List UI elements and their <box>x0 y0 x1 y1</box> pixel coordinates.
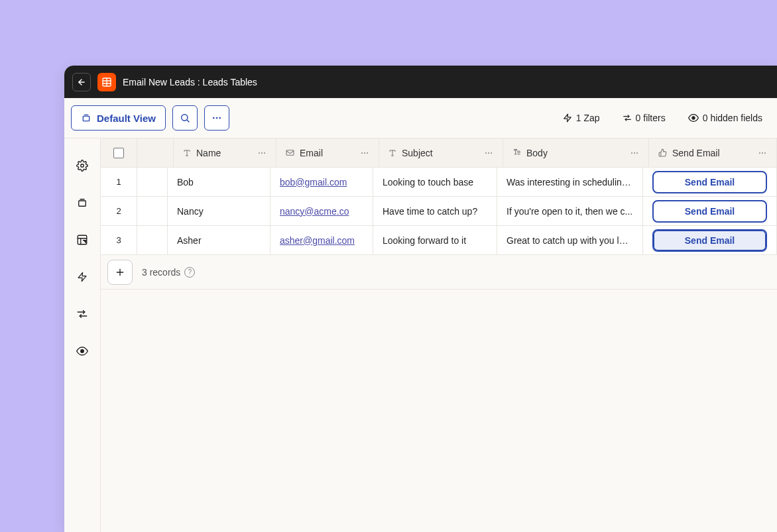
email-link[interactable]: asher@gmail.com <box>280 235 355 246</box>
svg-point-48 <box>759 152 760 153</box>
sliders-icon <box>76 308 88 320</box>
hidden-fields-label: 0 hidden fields <box>703 113 762 123</box>
svg-point-30 <box>264 152 265 153</box>
arrow-left-icon <box>77 78 86 87</box>
cell-body[interactable]: If you're open to it, then we c... <box>497 197 643 225</box>
svg-point-10 <box>216 117 218 119</box>
records-count: 3 records ? <box>142 267 195 278</box>
sidebar-layout[interactable] <box>75 233 90 247</box>
svg-marker-12 <box>564 114 571 122</box>
table-header-row: Name Email <box>101 138 777 168</box>
filters-icon <box>623 113 632 123</box>
cell-send: Send Email <box>643 226 777 254</box>
send-email-button[interactable]: Send Email <box>652 171 767 193</box>
svg-point-11 <box>219 117 221 119</box>
svg-point-25 <box>81 350 84 353</box>
default-view-button[interactable]: Default View <box>71 105 166 131</box>
row-number: 3 <box>101 226 137 254</box>
cell-name[interactable]: Asher <box>168 226 270 254</box>
cell-name[interactable]: Bob <box>168 168 270 196</box>
column-header-name[interactable]: Name <box>174 138 276 167</box>
svg-point-47 <box>636 152 638 153</box>
column-more-icon[interactable] <box>758 148 767 158</box>
content-area: Name Email <box>64 138 777 532</box>
cell-subject[interactable]: Have time to catch up? <box>373 197 497 225</box>
hidden-fields-count[interactable]: 0 hidden fields <box>680 113 770 123</box>
header-bar: Email New Leads : Leads Tables <box>64 66 777 98</box>
column-header-send[interactable]: Send Email <box>649 138 777 167</box>
layout-icon <box>76 234 88 246</box>
svg-point-37 <box>485 152 487 153</box>
views-icon <box>76 197 88 209</box>
column-label: Name <box>196 148 221 158</box>
cell-subject[interactable]: Looking forward to it <box>373 226 497 254</box>
row-spacer <box>137 226 168 254</box>
search-button[interactable] <box>172 105 198 131</box>
cell-email[interactable]: nancy@acme.co <box>270 197 373 225</box>
page-title: Email New Leads : Leads Tables <box>123 77 257 87</box>
help-icon[interactable]: ? <box>184 267 195 278</box>
table-icon <box>101 77 112 87</box>
mail-icon <box>286 148 294 157</box>
cell-email[interactable]: bob@gmail.com <box>270 168 373 196</box>
svg-point-16 <box>81 164 84 168</box>
cell-name[interactable]: Nancy <box>168 197 270 225</box>
cell-email[interactable]: asher@gmail.com <box>270 226 373 254</box>
filters-count[interactable]: 0 filters <box>615 113 674 123</box>
column-label: Subject <box>402 148 433 158</box>
column-header-email[interactable]: Email <box>276 138 379 167</box>
cell-send: Send Email <box>643 197 777 225</box>
select-all-checkbox[interactable] <box>113 148 124 158</box>
sidebar-settings[interactable] <box>75 158 90 173</box>
sidebar-views[interactable] <box>75 195 90 210</box>
column-more-icon[interactable] <box>360 148 369 158</box>
sidebar-filters[interactable] <box>75 307 90 321</box>
table-row: 3 Asher asher@gmail.com Looking forward … <box>101 226 777 255</box>
send-email-button[interactable]: Send Email <box>652 200 767 223</box>
column-more-icon[interactable] <box>484 148 493 158</box>
svg-rect-17 <box>79 201 86 206</box>
table-row: 2 Nancy nancy@acme.co Have time to catch… <box>101 197 777 226</box>
svg-line-8 <box>187 120 189 122</box>
zap-label: 1 Zap <box>576 113 600 123</box>
column-header-body[interactable]: Body <box>503 138 649 167</box>
eye-icon <box>688 113 699 123</box>
email-link[interactable]: nancy@acme.co <box>280 206 349 217</box>
svg-point-29 <box>261 152 263 153</box>
row-number: 2 <box>101 197 137 225</box>
column-header-subject[interactable]: Subject <box>379 138 503 167</box>
row-spacer <box>137 168 168 196</box>
cell-body[interactable]: Was interesting in scheduling ... <box>497 168 643 196</box>
table-area: Name Email <box>101 138 777 532</box>
back-button[interactable] <box>72 73 91 91</box>
table-row: 1 Bob bob@gmail.com Looking to touch bas… <box>101 168 777 197</box>
svg-point-33 <box>364 152 365 153</box>
plus-icon <box>115 267 125 278</box>
add-row-button[interactable] <box>107 260 133 285</box>
svg-point-45 <box>631 152 632 153</box>
toolbar: Default View 1 Zap 0 filters 0 hidden fi… <box>64 98 777 138</box>
column-more-icon[interactable] <box>630 148 639 158</box>
svg-point-46 <box>634 152 635 153</box>
search-icon <box>180 113 190 123</box>
app-logo-icon <box>97 73 116 91</box>
email-link[interactable]: bob@gmail.com <box>280 177 347 187</box>
cell-body[interactable]: Great to catch up with you las... <box>497 226 643 254</box>
svg-point-34 <box>367 152 368 153</box>
svg-point-50 <box>764 152 766 153</box>
sidebar-zaps[interactable] <box>75 270 90 284</box>
column-more-icon[interactable] <box>257 148 267 158</box>
svg-point-49 <box>762 152 763 153</box>
zap-icon <box>563 113 572 123</box>
cell-subject[interactable]: Looking to touch base <box>373 168 497 196</box>
zap-count[interactable]: 1 Zap <box>555 113 608 123</box>
svg-marker-22 <box>78 272 86 281</box>
view-icon <box>81 113 91 123</box>
row-spacer <box>137 197 168 225</box>
more-options-button[interactable] <box>204 105 229 131</box>
cell-send: Send Email <box>643 168 777 196</box>
thumb-icon <box>658 148 667 157</box>
sidebar-visibility[interactable] <box>75 344 90 358</box>
longtext-icon <box>512 148 521 157</box>
send-email-button[interactable]: Send Email <box>652 229 767 252</box>
